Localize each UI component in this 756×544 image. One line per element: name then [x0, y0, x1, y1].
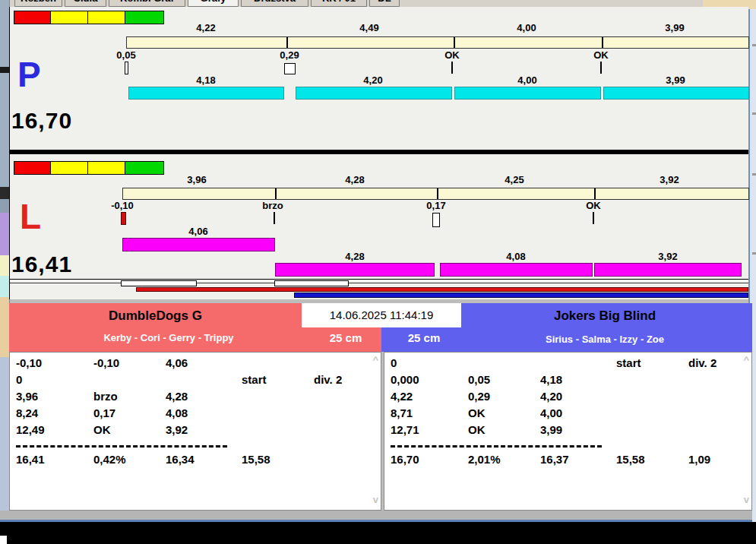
split-label: 3,96: [170, 174, 223, 185]
cell: 16,34: [166, 453, 242, 466]
cell: [616, 373, 688, 386]
change-label: OK: [567, 200, 620, 211]
cell: 16,37: [540, 453, 616, 466]
cell: OK: [468, 406, 540, 419]
dog-split-bar: [440, 263, 593, 277]
cell: [242, 356, 314, 369]
cell: 4,08: [166, 406, 242, 419]
cell: 12,49: [16, 423, 93, 436]
bar-divider: [602, 37, 603, 48]
light-yellow: [88, 11, 125, 24]
split-bar-measured: [122, 188, 749, 200]
cell: 0,29: [468, 390, 540, 403]
race-progress-strip: [9, 279, 748, 299]
cell: [540, 356, 616, 369]
edge-mark: [752, 173, 756, 176]
bar-divider: [454, 37, 455, 48]
bar-divider: [286, 37, 288, 48]
summary-row: 16,702,01%16,3715,581,09: [384, 453, 751, 466]
cell: [314, 356, 381, 369]
light-yellow: [88, 162, 125, 174]
edge-mark: [752, 112, 756, 115]
cell: [468, 356, 540, 369]
cell: 15,58: [616, 453, 688, 466]
scroll-up-icon[interactable]: ^: [372, 354, 378, 365]
split-label: 4,28: [328, 251, 381, 262]
tab-cidla[interactable]: Čidla: [65, 0, 106, 7]
light-yellow: [51, 11, 88, 24]
bar-divider: [275, 188, 277, 199]
team-name: DumbleDogs G: [9, 308, 302, 324]
table-row: 0,0000,054,18: [384, 373, 751, 386]
split-bar-measured: [126, 36, 749, 49]
cell: 4,06: [166, 356, 242, 369]
bar-divider: [594, 188, 596, 199]
panel-lane-p: 4,22 4,49 4,00 3,99 0,05 0,29 OK OK 4,18…: [9, 7, 748, 150]
tab-bar: Rozběh Čidla Kombi Graf Grafy Družstva K…: [9, 0, 703, 7]
split-label: 3,92: [641, 251, 694, 262]
result-table-left[interactable]: -0,10-0,104,06 0startdiv. 2 3,96brzo4,28…: [9, 352, 381, 511]
cell: start: [616, 356, 688, 369]
cell: [242, 390, 314, 403]
summary-row: 16,410,42%16,3415,58: [10, 453, 381, 466]
light-yellow: [51, 162, 88, 174]
cell: 8,71: [391, 406, 468, 419]
team-name: Jokers Big Blind: [457, 308, 752, 324]
dog-split-bar: [122, 238, 275, 251]
tab-grafy-active[interactable]: Grafy: [188, 0, 239, 7]
cell: 0,17: [93, 406, 166, 419]
jump-height: 25 cm: [387, 331, 460, 344]
cell: 3,92: [166, 423, 242, 436]
scroll-down-icon[interactable]: v: [744, 494, 749, 505]
cell: [242, 423, 314, 436]
split-label: 4,00: [501, 74, 554, 86]
edge-mark: [752, 252, 756, 255]
tab-kk-01[interactable]: KK / 01: [311, 0, 367, 7]
window-bottom-strip: [0, 511, 752, 520]
cell: [242, 406, 314, 419]
cell: [314, 453, 381, 466]
tab-dl[interactable]: DL: [369, 0, 400, 7]
tab-rozbeh[interactable]: Rozběh: [14, 0, 62, 7]
result-table-right[interactable]: 0startdiv. 2 0,0000,054,18 4,220,294,20 …: [384, 352, 752, 511]
summary-separator: [16, 445, 227, 448]
cell: [616, 390, 688, 403]
app-window: Rozběh Čidla Kombi Graf Grafy Družstva K…: [0, 0, 756, 544]
dog-split-bar: [454, 87, 601, 100]
table-row: 3,96brzo4,28: [10, 390, 381, 403]
start-light-strip: [14, 161, 164, 175]
change-marker-box: [125, 62, 128, 74]
tab-kombi-graf[interactable]: Kombi Graf: [109, 0, 185, 7]
table-row: 12,71OK3,99: [384, 423, 751, 436]
cell: 4,18: [540, 373, 616, 386]
cell: div. 2: [314, 373, 381, 386]
split-label: 4,49: [343, 22, 396, 33]
cell: 0: [391, 356, 468, 369]
progress-bar-white: [121, 280, 197, 286]
cell: [93, 373, 166, 386]
cell: 0,000: [391, 373, 468, 386]
cell: 15,58: [242, 453, 314, 466]
cell: 0,42%: [93, 453, 166, 466]
dog-split-bar: [594, 263, 742, 277]
cell: -0,10: [93, 356, 166, 369]
start-light-strip: [14, 11, 164, 24]
change-label: OK: [574, 49, 628, 61]
lane-letter: P: [17, 54, 41, 95]
cell: 2,01%: [468, 453, 540, 466]
cell: [314, 423, 381, 436]
dog-split-bar: [128, 87, 284, 100]
cell: -0,10: [16, 356, 93, 369]
split-label: 4,06: [172, 226, 225, 237]
scroll-down-icon[interactable]: v: [373, 494, 378, 505]
change-marker-line: [593, 212, 594, 224]
change-marker-square: [284, 63, 296, 74]
cell: brzo: [93, 390, 166, 403]
table-row: 0startdiv. 2: [384, 356, 751, 369]
tab-druzstva[interactable]: Družstva: [241, 0, 308, 7]
scroll-up-icon[interactable]: ^: [743, 354, 749, 365]
split-label: 4,25: [488, 174, 541, 185]
change-label: -0,10: [96, 200, 149, 211]
split-label: 4,00: [500, 22, 553, 33]
cell: 0: [16, 373, 93, 386]
